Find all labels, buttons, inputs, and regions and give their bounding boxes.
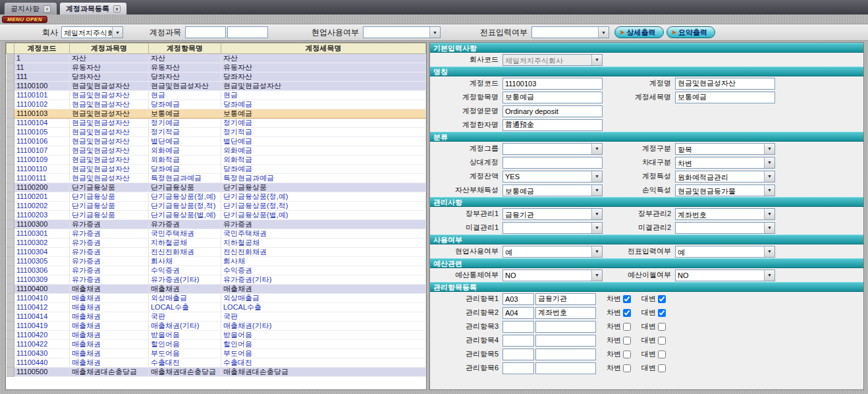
table-row[interactable]: 11100414매출채권국판국판 <box>7 312 426 322</box>
table-row[interactable]: 11100200단기금융상품단기금융상품단기금융상품 <box>7 183 426 192</box>
col-account-code[interactable]: 계정코드 <box>14 43 70 54</box>
debit-checkbox[interactable] <box>623 309 631 317</box>
table-row[interactable]: 11100309유가증권유가증권(기타)유가증권(기타) <box>7 275 426 285</box>
detail-print-button[interactable]: ➤ 상세출력 <box>614 26 664 38</box>
table-row[interactable]: 11100420매출채권받을어음받을어음 <box>7 331 426 340</box>
credit-checkbox[interactable] <box>658 351 666 358</box>
budget1-select[interactable]: NO ▼ <box>502 269 603 281</box>
credit-checkbox[interactable] <box>658 295 666 303</box>
mgmt-item-name-input[interactable] <box>535 362 596 374</box>
table-row[interactable]: 11100103현금및현금성자산보통예금보통예금 <box>7 109 426 119</box>
use1-select[interactable]: 예 ▼ <box>502 246 603 258</box>
open2-select[interactable]: ▼ <box>675 222 775 234</box>
table-row[interactable]: 11100300유가증권유가증권유가증권 <box>7 220 426 229</box>
mgmt-item-code-input[interactable] <box>502 321 534 333</box>
debit-checkbox[interactable] <box>623 295 631 303</box>
table-row[interactable]: 11100440매출채권수출대전수출대전 <box>7 358 426 368</box>
table-row[interactable]: 11100302유가증권지하철공채지하철공채 <box>7 239 426 248</box>
table-row[interactable]: 11100105현금및현금성자산정기적금정기적금 <box>7 128 426 137</box>
account-name-field[interactable] <box>675 78 775 90</box>
debit-checkbox[interactable] <box>623 323 631 331</box>
mgmt-item-code-input[interactable] <box>502 362 534 374</box>
close-icon[interactable]: x <box>43 5 51 13</box>
tab-account-register[interactable]: 계정과목등록 x <box>59 2 127 14</box>
mgmt-item-name-input[interactable] <box>535 293 596 305</box>
credit-checkbox[interactable] <box>658 364 666 372</box>
debit-checkbox[interactable] <box>623 364 631 372</box>
mgmt-item-name-input[interactable] <box>535 349 596 360</box>
table-row[interactable]: 11100419매출채권매출채권(기타)매출채권(기타) <box>7 322 426 331</box>
chevron-down-icon: ▼ <box>598 27 609 38</box>
dc-select[interactable]: 차변 ▼ <box>675 157 775 169</box>
table-row[interactable]: 11100106현금및현금성자산별단예금별단예금 <box>7 137 426 146</box>
table-row[interactable]: 11100111현금및현금성자산특정현금과예금특정현금과예금 <box>7 174 426 183</box>
gubun-select[interactable]: 항목 ▼ <box>675 143 775 155</box>
eng-name-field[interactable] <box>502 105 603 117</box>
hanja-name-field[interactable] <box>502 119 603 131</box>
mgmt-item-name-input[interactable] <box>535 335 596 347</box>
use-filter-select[interactable]: ▼ <box>363 26 441 38</box>
table-row[interactable]: 11100100현금및현금성자산현금및현금성자산현금및현금성자산 <box>7 82 426 91</box>
tab-notice[interactable]: 공지사항 x <box>4 2 57 14</box>
mgmt-item-code-input[interactable] <box>502 293 534 305</box>
mgmt-item-name-input[interactable] <box>535 307 596 319</box>
table-row[interactable]: 11100410매출채권외상매출금외상매출금 <box>7 294 426 303</box>
table-row[interactable]: 11100400매출채권매출채권매출채권 <box>7 285 426 294</box>
credit-checkbox[interactable] <box>658 309 666 317</box>
credit-checkbox[interactable] <box>658 337 666 345</box>
credit-checkbox[interactable] <box>658 323 666 331</box>
book2-select[interactable]: 계좌번호 ▼ <box>675 208 775 220</box>
detail-name-field[interactable] <box>675 92 775 103</box>
table-row[interactable]: 11100305유가증권회사채회사채 <box>7 257 426 266</box>
summary-print-button[interactable]: ➤ 요약출력 <box>666 26 716 38</box>
close-icon[interactable]: x <box>113 5 121 13</box>
mgmt-item-name-input[interactable] <box>535 321 596 333</box>
company-select[interactable]: 제일저지주식회사 ▼ <box>61 26 123 38</box>
mgmt-item-code-input[interactable] <box>502 349 534 360</box>
table-row[interactable]: 11100101현금및현금성자산현금현금 <box>7 91 426 100</box>
col-detail-name[interactable]: 계정세목명 <box>221 43 426 54</box>
table-row[interactable]: 11100306유가증권수익증권수익증권 <box>7 266 426 275</box>
slip-filter-select[interactable]: ▼ <box>531 26 609 38</box>
table-row[interactable]: 11100201단기금융상품단기금융상품(정,예)단기금융상품(정,예) <box>7 192 426 202</box>
debit-checkbox[interactable] <box>623 337 631 345</box>
mgmt-item-code-input[interactable] <box>502 307 534 319</box>
debit-checkbox[interactable] <box>623 351 631 358</box>
contra-field[interactable] <box>502 157 603 169</box>
use2-select[interactable]: 예 ▼ <box>675 246 775 258</box>
table-row[interactable]: 11100104현금및현금성자산정기예금정기예금 <box>7 119 426 128</box>
table-row[interactable]: 11100301유가증권국민주택채권국민주택채권 <box>7 229 426 239</box>
book1-select[interactable]: 금융기관 ▼ <box>502 208 603 220</box>
table-row[interactable]: 11100203단기금융상품단기금융상품(별,예)단기금융상품(별,예) <box>7 211 426 220</box>
menu-open-button[interactable]: MENU OPEN <box>2 16 47 23</box>
account-code-field[interactable] <box>502 78 603 90</box>
table-row[interactable]: 11100412매출채권LOCAL수출LOCAL수출 <box>7 303 426 312</box>
group-select[interactable]: ▼ <box>502 143 603 155</box>
table-row[interactable]: 11100430매출채권부도어음부도어음 <box>7 349 426 358</box>
item-name-field[interactable] <box>502 92 603 103</box>
col-account-name[interactable]: 계정과목명 <box>70 43 149 54</box>
account-name-input[interactable] <box>227 26 268 38</box>
table-row[interactable]: 11100109현금및현금성자산외화적금외화적금 <box>7 155 426 165</box>
table-row[interactable]: 11100102현금및현금성자산당좌예금당좌예금 <box>7 100 426 109</box>
table-row[interactable]: 11100110현금및현금성자산당좌예금당좌예금 <box>7 165 426 174</box>
table-row[interactable]: 1자산자산자산 <box>7 54 426 63</box>
open2-label: 미결관리2 <box>603 223 675 233</box>
table-row[interactable]: 11100202단기금융상품단기금융상품(정,적)단기금융상품(정,적) <box>7 202 426 211</box>
table-row[interactable]: 11100107현금및현금성자산외화예금외화예금 <box>7 146 426 155</box>
col-item-name[interactable]: 계정항목명 <box>149 43 221 54</box>
budget2-select[interactable]: NO ▼ <box>675 269 775 281</box>
asset-select[interactable]: 보통예금 ▼ <box>502 184 603 196</box>
balance-select[interactable]: YES ▼ <box>502 171 603 183</box>
table-row[interactable]: 11유동자산유동자산유동자산 <box>7 63 426 72</box>
table-row[interactable]: 111당좌자산당좌자산당좌자산 <box>7 72 426 82</box>
open1-label: 미결관리1 <box>445 223 502 233</box>
open1-select[interactable]: ▼ <box>502 222 603 234</box>
table-row[interactable]: 11100500매출채권대손충당금매출채권대손충당금매출채권대손충당금 <box>7 368 426 377</box>
mgmt-item-code-input[interactable] <box>502 335 534 347</box>
account-code-input[interactable] <box>185 26 226 38</box>
pl-select[interactable]: 현금및현금등가물 ▼ <box>675 184 775 196</box>
char-select[interactable]: 원화예적금관리 ▼ <box>675 171 775 183</box>
table-row[interactable]: 11100422매출채권할인어음할인어음 <box>7 340 426 349</box>
table-row[interactable]: 11100304유가증권전신전화채권전신전화채권 <box>7 248 426 257</box>
